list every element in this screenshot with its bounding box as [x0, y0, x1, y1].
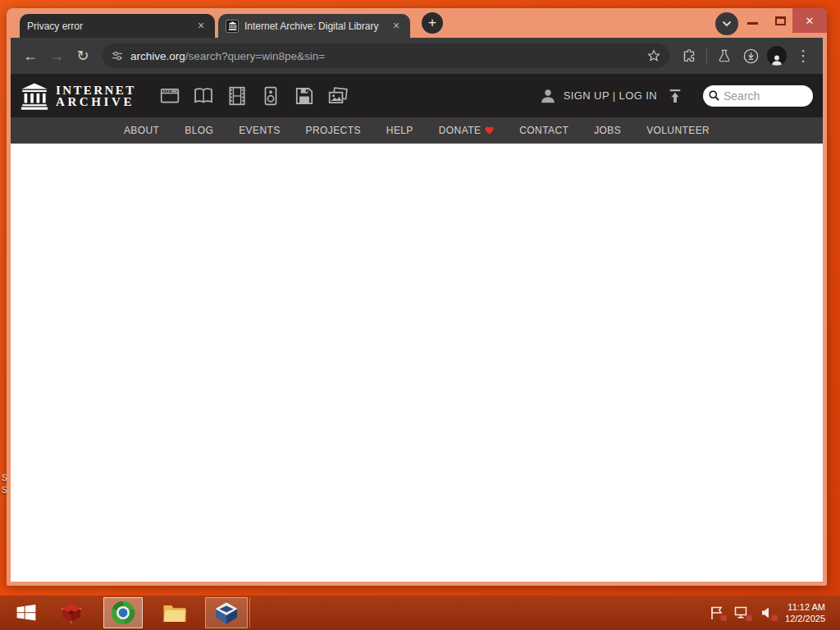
nav-donate[interactable]: DONATE — [439, 125, 495, 136]
tab-title: Privacy error — [27, 21, 189, 32]
system-tray: ✕ ✕ ✕ — [708, 605, 775, 620]
search-input[interactable] — [724, 89, 808, 103]
nav-projects[interactable]: PROJECTS — [306, 125, 361, 136]
archive-search-box[interactable] — [703, 85, 813, 107]
forward-button[interactable]: → — [45, 44, 68, 67]
virtualbox-icon — [214, 601, 239, 625]
web-icon[interactable] — [159, 85, 180, 107]
internet-archive-wordmark[interactable]: INTERNET ARCHIVE — [56, 84, 136, 107]
nav-contact[interactable]: CONTACT — [519, 125, 568, 136]
tab-title: Internet Archive: Digital Library — [244, 21, 384, 32]
tab-privacy-error[interactable]: Privacy error × — [20, 14, 215, 38]
nav-events[interactable]: EVENTS — [239, 125, 280, 136]
audio-icon[interactable] — [260, 85, 281, 107]
upload-icon[interactable] — [667, 88, 683, 104]
volume-muted-icon[interactable]: ✕ — [759, 605, 775, 620]
internet-archive-nav: ABOUT BLOG EVENTS PROJECTS HELP DONATE C… — [11, 117, 823, 144]
action-center-flag-icon[interactable]: ✕ — [708, 605, 724, 620]
page-content-blank — [11, 144, 823, 582]
browser-toolbar: ← → ↻ archive.org/search?query=win8pe&si… — [11, 38, 823, 74]
address-bar[interactable]: archive.org/search?query=win8pe&sin= — [103, 43, 669, 68]
internet-archive-logo[interactable] — [21, 82, 48, 110]
site-settings-icon[interactable] — [111, 49, 124, 62]
window-minimize-button[interactable] — [747, 22, 758, 25]
profile-avatar-icon[interactable] — [765, 44, 788, 67]
red-box-app-icon — [59, 601, 84, 624]
browser-menu-icon[interactable]: ⋮ — [792, 44, 815, 67]
media-type-icons — [159, 85, 349, 107]
user-icon[interactable] — [539, 87, 557, 105]
tab-strip: Privacy error × Internet Archive: Digita… — [7, 8, 827, 38]
toolbar-divider — [706, 48, 707, 64]
back-button[interactable]: ← — [19, 44, 42, 67]
header-right-group: SIGN UP | LOG IN — [539, 85, 813, 107]
heart-icon — [485, 126, 494, 135]
video-icon[interactable] — [226, 85, 248, 107]
window-content: ← → ↻ archive.org/search?query=win8pe&si… — [11, 38, 823, 582]
start-button[interactable] — [8, 597, 44, 628]
network-status-icon[interactable]: ✕ — [733, 605, 750, 620]
desktop: S S Privacy error × Internet Archive: Di… — [0, 0, 840, 630]
window-close-button[interactable]: ✕ — [792, 8, 827, 33]
taskbar: ✕ ✕ ✕ 11:12 AM 12/2/2025 — [0, 596, 840, 630]
search-icon — [708, 89, 720, 102]
reload-button[interactable]: ↻ — [71, 44, 94, 67]
software-icon[interactable] — [294, 85, 315, 107]
chevron-down-icon — [722, 21, 732, 27]
chrome-icon — [111, 600, 135, 625]
taskbar-file-explorer-button[interactable] — [156, 597, 194, 628]
new-tab-button[interactable]: + — [422, 12, 443, 34]
nav-volunteer[interactable]: VOLUNTEER — [646, 125, 710, 136]
taskbar-divider — [249, 598, 250, 628]
window-maximize-button[interactable] — [775, 16, 786, 25]
nav-jobs[interactable]: JOBS — [594, 125, 621, 136]
tab-close-icon[interactable]: × — [194, 20, 208, 33]
clock-time: 11:12 AM — [785, 601, 825, 613]
images-icon[interactable] — [327, 85, 349, 107]
extensions-icon[interactable] — [678, 44, 701, 67]
tab-close-icon[interactable]: × — [390, 20, 403, 33]
url-text[interactable]: archive.org/search?query=win8pe&sin= — [130, 50, 640, 62]
status-error-badge: ✕ — [771, 614, 778, 623]
internet-archive-favicon — [226, 20, 239, 33]
status-error-badge: ✕ — [746, 614, 752, 623]
browser-window: Privacy error × Internet Archive: Digita… — [7, 8, 827, 586]
tab-internet-archive[interactable]: Internet Archive: Digital Library × — [218, 14, 410, 38]
taskbar-chrome-button[interactable] — [103, 597, 143, 628]
taskbar-clock[interactable]: 11:12 AM 12/2/2025 — [785, 601, 825, 624]
status-error-badge: ✕ — [720, 614, 727, 623]
windows-logo-icon — [16, 603, 37, 623]
file-explorer-icon — [162, 602, 187, 623]
bookmark-star-icon[interactable] — [646, 48, 661, 63]
nav-blog[interactable]: BLOG — [185, 125, 213, 136]
signup-login-link[interactable]: SIGN UP | LOG IN — [564, 89, 657, 102]
downloads-icon[interactable] — [739, 44, 762, 67]
texts-icon[interactable] — [193, 85, 214, 107]
nav-help[interactable]: HELP — [386, 125, 413, 136]
experiments-flask-icon[interactable] — [713, 44, 736, 67]
internet-archive-header: INTERNET ARCHIVE — [11, 74, 823, 117]
clock-date: 12/2/2025 — [785, 613, 825, 624]
taskbar-pinned-app-button[interactable] — [51, 597, 92, 628]
taskbar-virtualbox-button[interactable] — [205, 597, 248, 628]
tab-search-chevron-button[interactable] — [715, 12, 738, 35]
nav-about[interactable]: ABOUT — [124, 125, 159, 136]
